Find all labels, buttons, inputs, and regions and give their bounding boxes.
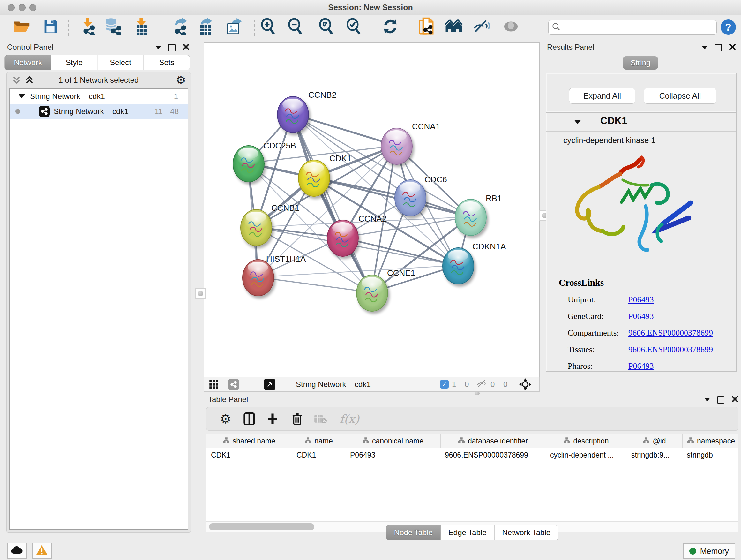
network-node-CDC25B[interactable] <box>232 145 265 182</box>
import-network-file-button[interactable] <box>78 17 98 37</box>
network-node-CCNA1[interactable] <box>381 128 413 165</box>
column-header-database-identifier[interactable]: database identifier <box>441 434 546 448</box>
import-table-file-button[interactable] <box>132 17 151 37</box>
network-options-gear-icon[interactable]: ⚙ <box>176 73 186 87</box>
selected-checkbox-icon[interactable]: ✓ <box>440 380 449 388</box>
crosslink-link[interactable]: P06493 <box>628 295 654 305</box>
network-edge[interactable] <box>258 277 372 293</box>
collection-expand-caret[interactable] <box>18 94 25 98</box>
refresh-view-button[interactable] <box>381 17 400 37</box>
show-columns-icon[interactable] <box>242 412 256 426</box>
table-cell[interactable]: CDK1 <box>206 448 292 462</box>
table-cell[interactable]: cyclin-dependent ... <box>546 448 627 462</box>
column-header-description[interactable]: description <box>546 434 627 448</box>
delete-column-trash-icon[interactable] <box>290 412 304 426</box>
maximize-panel-icon[interactable] <box>168 44 176 51</box>
network-node-CCNA2[interactable] <box>327 220 359 257</box>
network-node-label: CCNE1 <box>387 268 415 278</box>
table-cell[interactable]: 9606.ENSP00000378699 <box>441 448 546 462</box>
help-button[interactable]: ? <box>721 19 736 35</box>
network-node-CDKN1A[interactable] <box>442 247 474 285</box>
left-splitter-handle[interactable] <box>195 288 205 299</box>
maximize-panel-icon[interactable] <box>715 44 722 51</box>
close-panel-icon[interactable] <box>729 44 736 52</box>
table-cell[interactable]: P06493 <box>346 448 441 462</box>
network-node-CDK1[interactable] <box>298 160 330 197</box>
network-collection-row[interactable]: String Network – cdk1 1 <box>10 89 188 104</box>
tab-select[interactable]: Select <box>98 55 144 70</box>
column-header-namespace[interactable]: namespace <box>682 434 738 448</box>
export-network-button[interactable] <box>171 17 191 37</box>
zoom-window-button[interactable] <box>29 4 37 11</box>
network-edge[interactable] <box>342 238 458 265</box>
import-network-database-button[interactable] <box>103 17 123 37</box>
network-view-string-icon[interactable] <box>228 377 239 391</box>
pan-crosshair-icon[interactable] <box>519 377 531 391</box>
warning-button[interactable] <box>32 543 52 559</box>
gene-card-header[interactable]: CDK1 <box>546 113 736 132</box>
tab-sets[interactable]: Sets <box>144 55 190 70</box>
network-node-CCNE1[interactable] <box>356 274 388 312</box>
expand-all-button[interactable]: Expand All <box>569 88 635 104</box>
export-table-button[interactable] <box>196 17 216 37</box>
crosslink-link[interactable]: 9606.ENSP00000378699 <box>628 345 713 354</box>
table-row[interactable]: CDK1CDK1P064939606.ENSP00000378699cyclin… <box>206 448 738 462</box>
close-panel-icon[interactable] <box>183 44 190 52</box>
grid-view-icon[interactable] <box>209 377 219 391</box>
minimize-window-button[interactable] <box>18 4 25 11</box>
cloud-button[interactable] <box>7 543 27 559</box>
maximize-panel-icon[interactable] <box>717 396 724 403</box>
duplicate-network-button[interactable] <box>416 17 436 37</box>
table-cell[interactable]: CDK1 <box>292 448 346 462</box>
network-node-CCNB1[interactable] <box>240 209 272 246</box>
close-panel-icon[interactable] <box>731 395 738 404</box>
float-panel-icon[interactable] <box>155 46 161 50</box>
zoom-in-button[interactable] <box>259 17 278 37</box>
crosslink-link[interactable]: 9606.ENSP00000378699 <box>628 328 713 338</box>
tab-string[interactable]: String <box>623 56 658 70</box>
network-row[interactable]: String Network – cdk1 11 48 <box>10 104 188 119</box>
crosslink-link[interactable]: P06493 <box>628 312 654 321</box>
table-cell[interactable]: stringdb:9... <box>627 448 682 462</box>
table-settings-gear-icon[interactable]: ⚙ <box>219 412 232 426</box>
graphics-details-button[interactable] <box>501 17 521 37</box>
crosslink-label: Uniprot: <box>568 295 628 305</box>
gene-collapse-caret[interactable] <box>574 120 581 124</box>
hidden-eye-icon[interactable] <box>477 380 487 389</box>
collapse-all-button[interactable]: Collapse All <box>644 88 717 104</box>
hide-selected-button[interactable] <box>472 17 492 37</box>
network-node-HIST1H1A[interactable] <box>242 259 274 296</box>
network-node-CDC6[interactable] <box>394 179 426 216</box>
column-header-shared-name[interactable]: shared name <box>206 434 292 448</box>
column-header-id[interactable]: @id <box>627 434 682 448</box>
save-session-button[interactable] <box>41 17 60 37</box>
network-canvas[interactable]: CCNB2CCNA1CDC25BCDK1CDC6RB1CCNB1CCNA2CDK… <box>204 43 540 377</box>
export-image-button[interactable] <box>225 17 245 37</box>
tab-edge-table[interactable]: Edge Table <box>441 525 495 540</box>
table-cell[interactable]: stringdb <box>682 448 738 462</box>
search-input[interactable] <box>561 23 713 32</box>
memory-button[interactable]: Memory <box>683 543 735 559</box>
network-node-RB1[interactable] <box>455 199 487 236</box>
column-header-canonical-name[interactable]: canonical name <box>346 434 441 448</box>
network-node-CCNB2[interactable] <box>277 96 309 133</box>
scrollbar-thumb[interactable] <box>209 523 314 530</box>
float-panel-icon[interactable] <box>702 46 708 50</box>
column-header-name[interactable]: name <box>292 434 346 448</box>
network-edge[interactable] <box>292 114 372 293</box>
tab-network-table[interactable]: Network Table <box>495 525 559 540</box>
tab-style[interactable]: Style <box>51 55 98 70</box>
zoom-out-button[interactable] <box>286 17 306 37</box>
zoom-selected-button[interactable] <box>344 17 364 37</box>
create-column-plus-icon[interactable] <box>266 412 280 426</box>
float-panel-icon[interactable] <box>704 398 710 401</box>
close-window-button[interactable] <box>8 4 15 11</box>
tab-node-table[interactable]: Node Table <box>386 525 441 540</box>
fit-content-button[interactable] <box>317 17 336 37</box>
show-all-button[interactable] <box>444 17 464 37</box>
save-floppy-icon <box>43 19 58 35</box>
crosslink-link[interactable]: P06493 <box>628 361 654 371</box>
birdseye-view-icon[interactable] <box>264 377 275 391</box>
tab-network[interactable]: Network <box>5 55 51 70</box>
open-session-button[interactable] <box>12 17 31 37</box>
